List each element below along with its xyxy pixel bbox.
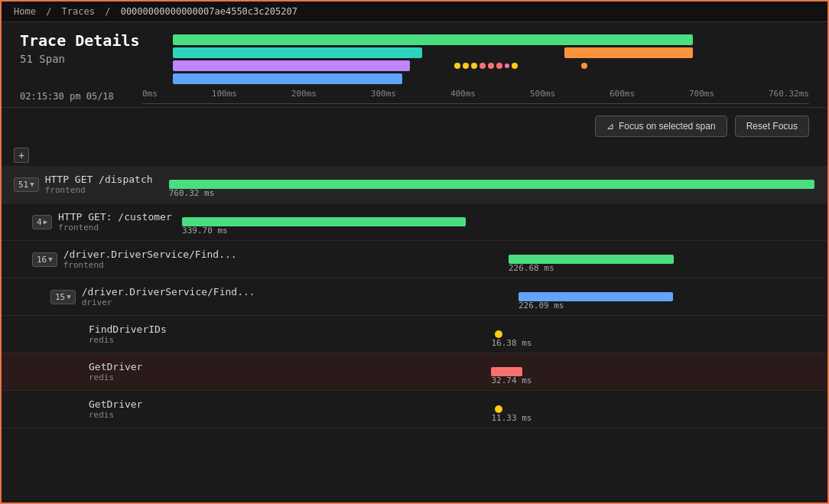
span-row[interactable]: GetDriver redis 32.74 ms xyxy=(2,353,827,391)
span-badge-4[interactable]: 4 ▶ xyxy=(32,215,52,229)
span-row[interactable]: FindDriverIDs redis 16.38 ms xyxy=(2,316,827,353)
span-duration: 226.68 ms xyxy=(509,263,554,273)
span-info: GetDriver redis xyxy=(83,398,205,420)
tick-300ms: 300ms xyxy=(371,89,396,99)
span-info: HTTP GET /dispatch frontend xyxy=(39,174,169,195)
span-count: 51 Span xyxy=(20,53,142,65)
span-row[interactable]: 4 ▶ HTTP GET: /customer frontend 339.70 … xyxy=(2,203,827,241)
span-service: redis xyxy=(89,335,205,345)
span-name: HTTP GET /dispatch xyxy=(45,174,169,185)
mini-bar-purple xyxy=(173,60,410,71)
span-count-label: 15 xyxy=(55,292,65,302)
span-badge-51[interactable]: 51 ▼ xyxy=(14,177,39,192)
ruler-timestamp: 02:15:30 pm 05/18 xyxy=(20,91,142,102)
ruler-line xyxy=(142,103,809,104)
span-name: /driver.DriverService/Find... xyxy=(82,286,255,298)
span-timeline: 339.70 ms xyxy=(182,206,827,237)
reset-focus-label: Reset Focus xyxy=(746,121,798,132)
span-info: HTTP GET: /customer frontend xyxy=(52,211,182,232)
span-timeline: 226.09 ms xyxy=(255,281,827,312)
ruler-row: 02:15:30 pm 05/18 0ms 100ms 200ms 300ms … xyxy=(2,84,827,108)
collapse-arrow: ▶ xyxy=(44,218,47,226)
span-duration: 339.70 ms xyxy=(182,226,228,236)
span-service: driver xyxy=(82,298,255,307)
collapse-arrow: ▼ xyxy=(67,293,70,301)
span-timeline: 11.33 ms xyxy=(205,394,827,424)
span-duration: 11.33 ms xyxy=(491,413,532,423)
focus-button-label: Focus on selected span xyxy=(619,121,716,132)
mini-chart xyxy=(173,31,809,84)
span-timeline: 16.38 ms xyxy=(205,319,827,350)
span-info: GetDriver redis xyxy=(83,361,205,382)
tick-400ms: 400ms xyxy=(450,89,476,99)
span-info: /driver.DriverService/Find... driver xyxy=(76,286,255,307)
span-bar xyxy=(169,180,814,189)
span-duration: 16.38 ms xyxy=(491,338,532,348)
span-name: GetDriver xyxy=(89,398,205,410)
mini-bar-green xyxy=(173,34,693,45)
span-service: redis xyxy=(89,372,205,382)
span-dot xyxy=(495,330,502,338)
span-name: HTTP GET: /customer xyxy=(58,211,182,223)
span-row[interactable]: GetDriver redis 11.33 ms xyxy=(2,391,827,428)
toolbar: ⊿ Focus on selected span Reset Focus xyxy=(2,108,827,145)
span-row[interactable]: 16 ▼ /driver.DriverService/Find... front… xyxy=(2,241,827,278)
span-count-label: 51 xyxy=(18,180,28,190)
tick-500ms: 500ms xyxy=(530,89,555,99)
tick-700ms: 700ms xyxy=(689,89,714,99)
breadcrumb-trace-id: 00000000000000007ae4550c3c205207 xyxy=(121,6,297,17)
span-name: /driver.DriverService/Find... xyxy=(63,249,237,260)
span-info: FindDriverIDs redis xyxy=(83,324,205,345)
ruler-ticks-container: 0ms 100ms 200ms 300ms 400ms 500ms 600ms … xyxy=(142,89,809,104)
breadcrumb-sep2: / xyxy=(105,6,110,17)
span-timeline: 32.74 ms xyxy=(205,356,827,387)
span-service: frontend xyxy=(45,185,169,195)
breadcrumb-home[interactable]: Home xyxy=(14,6,36,17)
tick-600ms: 600ms xyxy=(610,89,635,99)
tick-760ms: 760.32ms xyxy=(769,89,809,99)
collapse-arrow: ▼ xyxy=(30,180,34,188)
page-title: Trace Details xyxy=(20,31,142,50)
focus-selected-span-button[interactable]: ⊿ Focus on selected span xyxy=(595,115,727,137)
span-service: redis xyxy=(89,410,205,420)
span-badge-16[interactable]: 16 ▼ xyxy=(32,252,57,267)
span-badge-15[interactable]: 15 ▼ xyxy=(50,290,76,304)
filter-icon: ⊿ xyxy=(606,121,614,132)
span-timeline: 760.32 ms xyxy=(169,169,827,200)
trace-content: + 51 ▼ HTTP GET /dispatch frontend 760.3… xyxy=(2,145,827,502)
header-area: Trace Details 51 Span xyxy=(2,22,827,84)
tick-100ms: 100ms xyxy=(212,89,237,99)
span-duration: 760.32 ms xyxy=(169,188,215,198)
span-name: FindDriverIDs xyxy=(89,324,205,335)
breadcrumb-sep1: / xyxy=(46,6,51,17)
span-timeline: 226.68 ms xyxy=(237,244,827,275)
span-duration: 32.74 ms xyxy=(491,376,532,385)
mini-bar-teal xyxy=(173,47,422,58)
span-service: frontend xyxy=(63,260,237,270)
span-dot xyxy=(495,405,502,413)
mini-bar-blue xyxy=(173,73,402,84)
breadcrumb: Home / Traces / 00000000000000007ae4550c… xyxy=(2,2,827,22)
span-row[interactable]: 51 ▼ HTTP GET /dispatch frontend 760.32 … xyxy=(2,166,827,203)
collapse-arrow: ▼ xyxy=(48,255,52,263)
expand-all-row: + xyxy=(2,145,827,166)
breadcrumb-traces[interactable]: Traces xyxy=(62,6,95,17)
span-duration: 226.09 ms xyxy=(519,301,564,311)
mini-bar-orange xyxy=(564,47,693,58)
tick-0ms: 0ms xyxy=(142,89,158,99)
span-service: frontend xyxy=(58,223,182,232)
header-left: Trace Details 51 Span xyxy=(20,31,142,65)
ruler-ticks: 0ms 100ms 200ms 300ms 400ms 500ms 600ms … xyxy=(142,89,809,99)
span-row[interactable]: 15 ▼ /driver.DriverService/Find... drive… xyxy=(2,278,827,316)
span-count-label: 4 xyxy=(37,217,42,227)
reset-focus-button[interactable]: Reset Focus xyxy=(735,115,809,137)
span-info: /driver.DriverService/Find... frontend xyxy=(57,249,237,270)
tick-200ms: 200ms xyxy=(291,89,317,99)
span-name: GetDriver xyxy=(89,361,205,372)
expand-all-button[interactable]: + xyxy=(14,148,29,163)
span-count-label: 16 xyxy=(37,255,47,265)
